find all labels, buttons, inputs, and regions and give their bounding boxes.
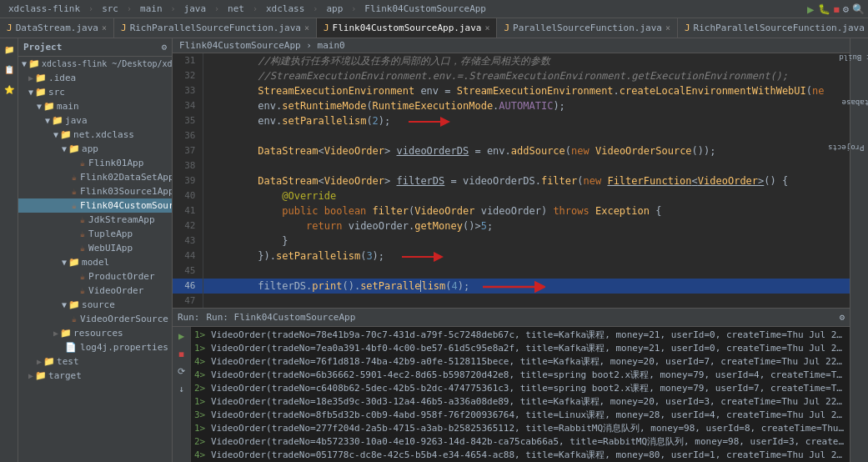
tab-filename5: RichParallelSourceFunction.java	[694, 23, 865, 33]
tab-label3: J	[324, 23, 329, 33]
run-panel: Run: Run: Flink04CustomSourceApp ⚙ ▶ ◼ ⟳…	[173, 308, 850, 462]
tree-flink04[interactable]: ☕ Flink04CustomSourceApp	[18, 198, 172, 213]
tree-idea[interactable]: ▶ 📁 .idea	[18, 71, 172, 85]
tree-java[interactable]: ▼ 📁 java	[18, 113, 172, 128]
tab-label: J	[7, 23, 13, 33]
tab-flink04[interactable]: J Flink04CustomSourceApp.java ×	[317, 18, 497, 38]
tab-close-datastream[interactable]: ×	[102, 23, 107, 33]
tab-close-rich1[interactable]: ×	[304, 23, 309, 33]
nav-item-java[interactable]: java	[179, 3, 212, 14]
nav-item-app[interactable]: app	[321, 3, 348, 14]
code-editor[interactable]: Flink04CustomSourceApp › main0 31 //构建执行…	[173, 38, 850, 308]
code-line-36: 36	[173, 128, 850, 143]
output-line-8: 2> VideoOrder(tradeNo=4b572330-10a0-4e10…	[194, 435, 846, 449]
tab-richparallel1[interactable]: J RichParallelSourceFunction.java ×	[114, 18, 317, 38]
nav-item-main[interactable]: main	[135, 3, 168, 14]
right-panel-ant-build[interactable]: Ant Build	[852, 50, 867, 65]
tab-label5: J	[685, 23, 690, 33]
structure-icon[interactable]: 📋	[2, 62, 17, 77]
sidebar-settings-icon[interactable]: ⚙	[161, 42, 167, 53]
right-panel-maven[interactable]: Maven Projects	[852, 140, 867, 155]
tab-label2: J	[121, 23, 127, 33]
nav-item-src[interactable]: src	[97, 3, 123, 14]
run-settings-icon[interactable]: ⚙	[839, 312, 845, 323]
right-panel: Ant Build Database Maven Projects	[850, 38, 868, 462]
code-line-38: 38	[173, 158, 850, 173]
tree-jdk[interactable]: ☕ JdkStreamApp	[18, 213, 172, 227]
right-panel-database[interactable]: Database	[852, 95, 867, 110]
output-line-4: 2> VideoOrder(tradeNo=c6408b62-5dec-42b5…	[194, 382, 846, 395]
tab-parallelsource[interactable]: J ParallelSourceFunction.java ×	[497, 18, 677, 38]
file-tab-bar: J DataStream.java × J RichParallelSource…	[0, 18, 868, 38]
tree-flink01[interactable]: ☕ Flink01App	[18, 156, 172, 170]
project-sidebar: Project ⚙ ▼ 📁 xdclass-flink ~/Desktop/xd…	[18, 38, 173, 462]
tree-main[interactable]: ▼ 📁 main	[18, 99, 172, 113]
nav-item-xdclass[interactable]: xdclass	[261, 3, 309, 14]
nav-item-net[interactable]: net	[223, 3, 249, 14]
tree-flink03[interactable]: ☕ Flink03Source1App	[18, 184, 172, 198]
breadcrumb: Flink04CustomSourceApp › main0	[173, 38, 850, 53]
tree-root[interactable]: ▼ 📁 xdclass-flink ~/Desktop/xdclass-flin…	[18, 57, 172, 71]
tab-filename2: RichParallelSourceFunction.java	[130, 23, 301, 33]
code-line-34: 34 env.setRuntimeMode(RuntimeExecutionMo…	[173, 98, 850, 113]
sidebar-header: Project ⚙	[18, 38, 172, 57]
run-left-icons: ▶ ◼ ⟳ ↓	[173, 327, 191, 462]
tab-close-parallel[interactable]: ×	[665, 23, 670, 33]
code-line-32: 32 //StreamExecutionEnvironment.env.=.St…	[173, 68, 850, 83]
output-line-0: 1> VideoOrder(tradeNo=78e41b9a-70c7-431d…	[194, 329, 846, 342]
run-button[interactable]: ▶	[807, 3, 814, 16]
tree-netxdclass[interactable]: ▼ 📁 net.xdclass	[18, 128, 172, 142]
code-line-46: 46 filterDS.print().setParallelism(4);	[173, 279, 850, 294]
run-play-icon[interactable]: ▶	[177, 329, 186, 344]
project-tree: ▼ 📁 xdclass-flink ~/Desktop/xdclass-flin…	[18, 57, 172, 462]
tree-videoordersource[interactable]: ☕ VideoOrderSource	[18, 312, 172, 326]
output-line-1: 1> VideoOrder(tradeNo=7ea0a391-4bf0-4c00…	[194, 342, 846, 355]
output-line-6: 3> VideoOrder(tradeNo=8fb5d32b-c0b9-4abd…	[194, 409, 846, 422]
tree-tuple[interactable]: ☕ TupleApp	[18, 227, 172, 241]
tab-filename: DataStream.java	[16, 23, 98, 33]
tree-log4j[interactable]: 📄 log4j.properties	[18, 340, 172, 354]
nav-item-class[interactable]: Flink04CustomSourceApp	[359, 3, 491, 14]
tab-richparallel2[interactable]: J RichParallelSourceFunction.java ×	[678, 18, 868, 38]
code-line-47: 47	[173, 294, 850, 308]
nav-item-project[interactable]: xdclass-flink	[3, 3, 85, 14]
tab-label4: J	[504, 23, 509, 33]
output-line-3: 4> VideoOrder(tradeNo=6b36662-5901-4ec2-…	[194, 369, 846, 382]
tab-close-flink04[interactable]: ×	[484, 23, 489, 33]
run-scroll-icon[interactable]: ↓	[177, 382, 186, 396]
tree-flink02[interactable]: ☕ Flink02DataSetApp	[18, 170, 172, 184]
run-output: 1> VideoOrder(tradeNo=78e41b9a-70c7-431d…	[191, 327, 850, 462]
code-line-37: 37 DataStream<VideoOrder> videoOrderDS =…	[173, 143, 850, 158]
tree-model[interactable]: ▼ 📁 model	[18, 255, 172, 269]
project-icon[interactable]: 📁	[2, 42, 17, 57]
code-line-45: 45	[173, 264, 850, 279]
tree-app[interactable]: ▼ 📁 app	[18, 142, 172, 156]
code-line-44: 44 }).setParallelism(3);	[173, 249, 850, 264]
tree-target[interactable]: ▶ 📁 target	[18, 369, 172, 383]
code-line-40: 40 @Override	[173, 188, 850, 203]
tree-src[interactable]: ▼ 📁 src	[18, 85, 172, 99]
breadcrumb-text: Flink04CustomSourceApp › main0	[179, 40, 345, 51]
output-line-7: 1> VideoOrder(tradeNo=277f204d-2a5b-4715…	[194, 422, 846, 435]
output-line-9: 4> VideoOrder(tradeNo=051778c-dc8e-42c5-…	[194, 449, 846, 462]
run-app-name: Run: Flink04CustomSourceApp	[207, 312, 356, 323]
search-icon[interactable]: 🔍	[852, 3, 865, 15]
code-line-39: 39 DataStream<VideoOrder> filterDS = vid…	[173, 173, 850, 188]
tree-productorder[interactable]: ☕ ProductOrder	[18, 269, 172, 284]
tab-datastream[interactable]: J DataStream.java ×	[0, 18, 114, 38]
code-table: 31 //构建执行任务环境以及任务的局部的入口，存储全局相关的参数 32 //S…	[173, 53, 850, 308]
top-navigation-bar: xdclass-flink › src › main › java › net …	[0, 0, 868, 18]
run-restart-icon[interactable]: ⟳	[176, 364, 187, 379]
tree-source[interactable]: ▼ 📁 source	[18, 298, 172, 312]
run-stop-icon[interactable]: ◼	[177, 347, 186, 361]
settings-icon[interactable]: ⚙	[843, 3, 849, 15]
favorites-icon[interactable]: ⭐	[2, 82, 17, 97]
code-line-41: 41 public boolean filter(VideoOrder vide…	[173, 203, 850, 218]
tree-test[interactable]: ▶ 📁 test	[18, 354, 172, 369]
tree-resources[interactable]: ▶ 📁 resources	[18, 326, 172, 340]
tree-videoorder[interactable]: ☕ VideoOrder	[18, 284, 172, 298]
code-line-31: 31 //构建执行任务环境以及任务的局部的入口，存储全局相关的参数	[173, 53, 850, 68]
debug-button[interactable]: 🐛	[818, 3, 830, 15]
stop-button[interactable]: ◼	[834, 3, 840, 15]
tree-webui[interactable]: ☕ WebUIApp	[18, 241, 172, 255]
